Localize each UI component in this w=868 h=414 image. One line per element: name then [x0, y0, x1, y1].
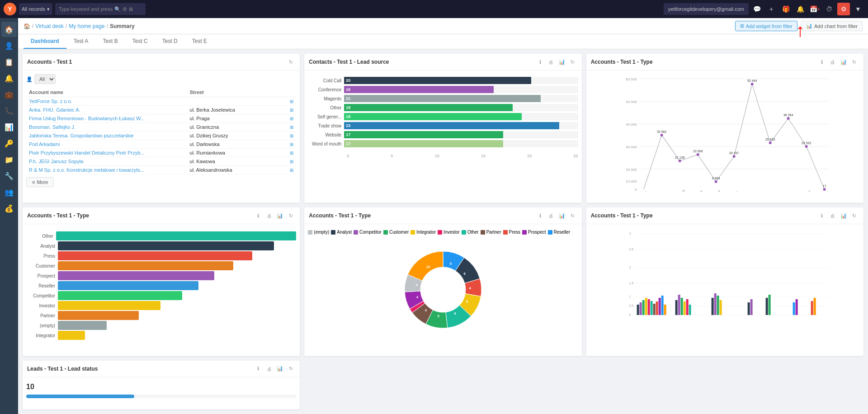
chart-type-icon5[interactable]: 📊 — [839, 211, 848, 220]
row-grid-icon[interactable]: ⊞ — [290, 125, 293, 130]
svg-text:33 582: 33 582 — [657, 130, 667, 133]
print-icon3[interactable]: 🖨 — [264, 211, 274, 220]
street-cell: ul. Graniczna — [187, 123, 288, 132]
breadcrumb-virtual-desk[interactable]: Virtual desk — [35, 23, 63, 29]
bar-row: Conference 16 — [308, 86, 578, 93]
gear-icon[interactable]: ⚙ — [123, 6, 127, 12]
chart-type-icon4[interactable]: 📊 — [557, 211, 566, 220]
chart-type-icon2[interactable]: 📊 — [839, 57, 848, 66]
svg-text:3: 3 — [629, 232, 631, 235]
info-icon5[interactable]: ℹ — [817, 211, 826, 220]
account-name-link[interactable]: Bossman. Safiejko J. — [29, 124, 75, 130]
refresh-icon5[interactable]: ↻ — [850, 211, 859, 220]
bell-icon[interactable]: 🔔 — [794, 3, 807, 15]
account-name-link[interactable]: Jabłońska Teresa. Gospodarstwo pszczelar… — [29, 133, 134, 138]
funnel-label: Press — [26, 254, 58, 259]
user-menu-icon[interactable]: ▼ — [852, 3, 864, 15]
print-icon5[interactable]: 🖨 — [828, 211, 837, 220]
refresh-icon[interactable]: ↻ — [568, 57, 577, 66]
more-button[interactable]: ≡ More — [26, 177, 54, 187]
account-name-link[interactable]: Piotr Przybyszewski Handel Detaliczny Pi… — [29, 150, 145, 155]
grid-icon[interactable]: ⊞ — [129, 6, 133, 12]
refresh-icon3[interactable]: ↻ — [286, 211, 295, 220]
info-icon4[interactable]: ℹ — [536, 211, 545, 220]
account-name-link[interactable]: Firma Usług Remontowo - Budowlanych Łuka… — [29, 116, 145, 121]
print-icon6[interactable]: 🖨 — [264, 364, 274, 373]
calendar-icon[interactable]: 📅4 — [808, 3, 821, 15]
filter-dropdown[interactable]: All records ▾ — [19, 3, 52, 15]
add-chart-button[interactable]: 📊 Add chart from filter — [801, 21, 863, 31]
row-grid-icon[interactable]: ⊞ — [290, 108, 293, 113]
tab-test-e[interactable]: Test E — [185, 34, 214, 49]
chart-type-icon3[interactable]: 📊 — [275, 211, 284, 220]
sidebar-item-key[interactable]: 🔑 — [1, 136, 17, 151]
account-name-cell: Pod Arkadami — [26, 140, 187, 149]
sidebar-item-notifications[interactable]: 🔔 — [1, 71, 17, 86]
chart-type-icon6[interactable]: 📊 — [275, 364, 284, 373]
row-grid-icon[interactable]: ⊞ — [290, 142, 293, 147]
svg-text:0: 0 — [635, 188, 637, 192]
search-box[interactable]: Type keyword and press 🔍 ⚙ ⊞ — [55, 3, 146, 15]
sidebar-item-home[interactable]: 🏠 — [1, 22, 17, 37]
add-icon[interactable]: + — [765, 3, 778, 15]
sidebar-item-briefcase[interactable]: 💼 — [1, 87, 17, 102]
breadcrumb-home-icon[interactable]: 🏠 — [24, 23, 30, 29]
breadcrumb-my-home-page[interactable]: My home page — [69, 23, 104, 29]
history-icon[interactable]: ⏱ — [823, 3, 835, 15]
add-widget-button[interactable]: ⊞ Add widget from filter — [735, 21, 797, 31]
sidebar-item-chart[interactable]: 📊 — [1, 119, 17, 135]
row-grid-icon[interactable]: ⊞ — [290, 151, 293, 155]
sidebar-item-users[interactable]: 👤 — [1, 38, 17, 53]
user-email[interactable]: yetiforcegitdevelopery@gmail.com — [664, 3, 749, 15]
account-name-link[interactable]: Anka. FHU. Gdaniec A. — [29, 107, 80, 113]
info-icon6[interactable]: ℹ — [254, 364, 263, 373]
sidebar-item-list[interactable]: 📋 — [1, 54, 17, 70]
info-icon[interactable]: ℹ — [536, 57, 545, 66]
tab-dashboard[interactable]: Dashboard — [24, 34, 66, 49]
sidebar-item-tools[interactable]: 🔧 — [1, 168, 17, 183]
app-logo[interactable]: Y — [4, 3, 16, 15]
refresh-icon2[interactable]: ↻ — [850, 57, 859, 66]
sidebar-item-group[interactable]: 👥 — [1, 184, 17, 200]
funnel-label: Customer — [26, 263, 58, 268]
tab-test-a[interactable]: Test A — [66, 34, 96, 49]
row-grid-icon[interactable]: ⊞ — [290, 159, 293, 164]
account-name-link[interactable]: R & M Sp. z o.o. Konstrukcje metalowe i … — [29, 167, 144, 173]
refresh-icon6[interactable]: ↻ — [286, 364, 295, 373]
funnel-row: Press — [26, 251, 296, 260]
sidebar: 🏠 👤 📋 🔔 💼 📞 📊 🔑 📁 🔧 👥 💰 — [0, 18, 18, 414]
account-name-link[interactable]: P.h. JEGI Janusz Sopyła — [29, 159, 83, 164]
row-grid-icon[interactable]: ⊞ — [290, 133, 293, 138]
search-icon[interactable]: 🔍 — [114, 6, 121, 12]
row-grid-icon[interactable]: ⊞ — [290, 99, 293, 104]
print-icon[interactable]: 🖨 — [547, 57, 556, 66]
table-row: Jabłońska Teresa. Gospodarstwo pszczelar… — [26, 132, 296, 140]
account-name-link[interactable]: YetiForce Sp. z o.o. — [29, 99, 72, 104]
row-grid-icon[interactable]: ⊞ — [290, 116, 293, 121]
chat-icon[interactable]: 💬 — [750, 3, 763, 15]
bar-fill: 16 — [344, 86, 494, 93]
account-name-cell: R & M Sp. z o.o. Konstrukcje metalowe i … — [26, 166, 187, 174]
tab-test-c[interactable]: Test C — [125, 34, 155, 49]
svg-text:20 437: 20 437 — [729, 151, 739, 155]
print-icon2[interactable]: 🖨 — [828, 57, 837, 66]
refresh-icon4[interactable]: ↻ — [568, 211, 577, 220]
widget-leads-actions: ℹ 🖨 📊 ↻ — [254, 364, 295, 373]
bar-chart: Cold Call 20 Conference 16 Magento 21 Ot… — [308, 74, 578, 152]
tab-test-d[interactable]: Test D — [155, 34, 185, 49]
account-name-link[interactable]: Pod Arkadami — [29, 141, 60, 147]
info-icon2[interactable]: ℹ — [817, 57, 826, 66]
table-filter-select[interactable]: All — [34, 74, 56, 84]
row-grid-icon[interactable]: ⊞ — [290, 168, 293, 173]
sidebar-item-money[interactable]: 💰 — [1, 201, 17, 216]
chart-type-icon[interactable]: 📊 — [557, 57, 566, 66]
sidebar-item-folder[interactable]: 📁 — [1, 152, 17, 167]
gift-icon[interactable]: 🎁 — [779, 3, 792, 15]
widget-refresh-icon[interactable]: ↻ — [286, 57, 295, 66]
info-icon3[interactable]: ℹ — [254, 211, 263, 220]
settings-icon[interactable]: ⚙ — [837, 3, 850, 15]
tab-test-b[interactable]: Test B — [95, 34, 125, 49]
sidebar-item-phone[interactable]: 📞 — [1, 103, 17, 118]
funnel-bar — [58, 331, 85, 340]
print-icon4[interactable]: 🖨 — [547, 211, 556, 220]
